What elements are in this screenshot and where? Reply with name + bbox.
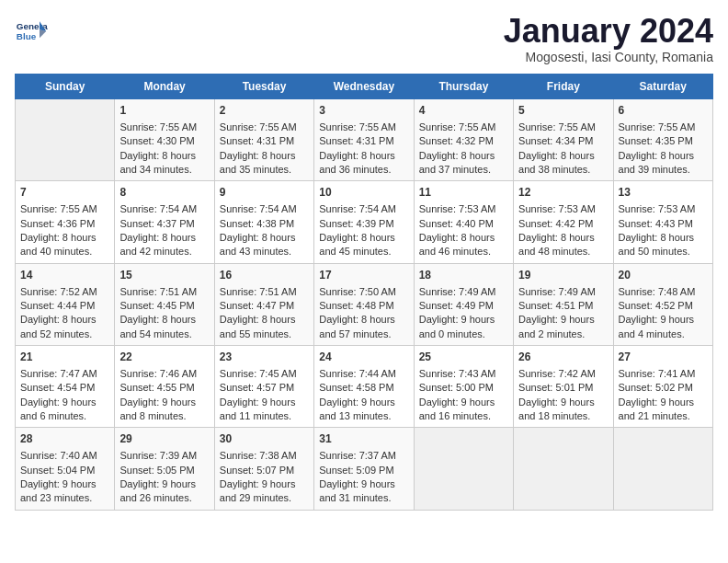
title-block: January 2024 Mogosesti, Iasi County, Rom… <box>504 15 713 64</box>
day-info: and 55 minutes. <box>220 327 309 341</box>
day-info: Sunset: 4:48 PM <box>319 299 408 313</box>
day-info: Sunset: 4:37 PM <box>119 217 209 231</box>
day-number: 25 <box>419 350 508 365</box>
day-info: Daylight: 8 hours <box>20 313 109 327</box>
day-info: Sunrise: 7:45 AM <box>220 367 309 381</box>
day-info: Sunrise: 7:54 AM <box>119 202 209 216</box>
day-info: Sunset: 4:42 PM <box>518 217 608 231</box>
day-info: Sunset: 4:49 PM <box>419 299 508 313</box>
calendar-cell: 26Sunrise: 7:42 AMSunset: 5:01 PMDayligh… <box>514 346 613 428</box>
day-info: and 54 minutes. <box>119 327 209 341</box>
calendar-cell: 25Sunrise: 7:43 AMSunset: 5:00 PMDayligh… <box>414 346 513 428</box>
day-info: Sunset: 4:51 PM <box>518 299 608 313</box>
day-number: 30 <box>220 431 309 447</box>
day-number: 4 <box>419 103 508 119</box>
day-info: Daylight: 9 hours <box>319 396 408 409</box>
day-info: and 45 minutes. <box>319 245 408 259</box>
calendar-cell: 19Sunrise: 7:49 AMSunset: 4:51 PMDayligh… <box>514 263 613 345</box>
week-row-2: 7Sunrise: 7:55 AMSunset: 4:36 PMDaylight… <box>16 181 713 263</box>
calendar-cell: 17Sunrise: 7:50 AMSunset: 4:48 PMDayligh… <box>314 263 414 345</box>
day-info: Daylight: 9 hours <box>319 477 408 491</box>
day-info: Daylight: 8 hours <box>220 231 309 245</box>
day-info: Sunrise: 7:41 AM <box>619 367 708 381</box>
days-header-row: SundayMondayTuesdayWednesdayThursdayFrid… <box>16 75 713 99</box>
day-info: and 52 minutes. <box>20 327 109 341</box>
day-info: Sunset: 5:02 PM <box>619 381 708 395</box>
day-info: Sunset: 4:39 PM <box>319 217 408 231</box>
day-info: and 6 minutes. <box>20 409 109 423</box>
day-info: Daylight: 9 hours <box>220 396 309 409</box>
calendar-cell: 9Sunrise: 7:54 AMSunset: 4:38 PMDaylight… <box>214 181 313 263</box>
day-info: Daylight: 8 hours <box>419 149 508 163</box>
calendar-table: SundayMondayTuesdayWednesdayThursdayFrid… <box>15 74 713 511</box>
day-info: Daylight: 8 hours <box>119 313 209 327</box>
day-info: and 37 minutes. <box>419 163 508 177</box>
day-info: Sunrise: 7:55 AM <box>220 121 309 134</box>
day-info: and 46 minutes. <box>419 245 508 259</box>
day-info: Sunset: 4:47 PM <box>220 299 309 313</box>
day-number: 13 <box>619 185 708 201</box>
calendar-cell <box>16 99 115 181</box>
day-info: Sunrise: 7:51 AM <box>220 285 309 299</box>
calendar-cell: 29Sunrise: 7:39 AMSunset: 5:05 PMDayligh… <box>115 428 214 510</box>
day-info: Sunrise: 7:52 AM <box>20 285 109 299</box>
month-title: January 2024 <box>504 15 713 48</box>
day-number: 18 <box>419 268 508 283</box>
day-info: Daylight: 9 hours <box>518 396 608 409</box>
day-info: Sunset: 4:57 PM <box>220 381 309 395</box>
day-info: Daylight: 9 hours <box>20 477 109 491</box>
day-info: Sunrise: 7:39 AM <box>119 449 209 463</box>
day-info: and 4 minutes. <box>619 327 708 341</box>
day-number: 17 <box>319 268 408 283</box>
day-info: and 8 minutes. <box>119 409 209 423</box>
day-info: and 21 minutes. <box>619 409 708 423</box>
day-info: Sunset: 4:44 PM <box>20 299 109 313</box>
calendar-cell: 27Sunrise: 7:41 AMSunset: 5:02 PMDayligh… <box>613 346 712 428</box>
calendar-cell: 13Sunrise: 7:53 AMSunset: 4:43 PMDayligh… <box>613 181 712 263</box>
day-number: 5 <box>518 103 608 119</box>
day-number: 15 <box>119 268 209 283</box>
day-info: Sunrise: 7:42 AM <box>518 367 608 381</box>
day-info: Sunset: 5:00 PM <box>419 381 508 395</box>
day-info: Daylight: 9 hours <box>419 313 508 327</box>
day-number: 11 <box>419 185 508 201</box>
day-info: and 43 minutes. <box>220 245 309 259</box>
calendar-cell: 28Sunrise: 7:40 AMSunset: 5:04 PMDayligh… <box>16 428 115 510</box>
day-info: and 29 minutes. <box>220 491 309 505</box>
day-info: Sunset: 5:05 PM <box>119 464 209 477</box>
day-info: Daylight: 8 hours <box>518 231 608 245</box>
day-info: Sunset: 4:40 PM <box>419 217 508 231</box>
day-info: Sunrise: 7:46 AM <box>119 367 209 381</box>
calendar-cell: 12Sunrise: 7:53 AMSunset: 4:42 PMDayligh… <box>514 181 613 263</box>
calendar-cell <box>414 428 513 510</box>
day-info: and 26 minutes. <box>119 491 209 505</box>
day-header-monday: Monday <box>115 75 214 99</box>
day-info: Sunrise: 7:49 AM <box>518 285 608 299</box>
day-info: Sunset: 4:58 PM <box>319 381 408 395</box>
day-number: 27 <box>619 350 708 365</box>
day-info: Daylight: 8 hours <box>619 231 708 245</box>
day-info: Sunrise: 7:55 AM <box>619 121 708 134</box>
day-info: and 38 minutes. <box>518 163 608 177</box>
calendar-cell: 3Sunrise: 7:55 AMSunset: 4:31 PMDaylight… <box>314 99 414 181</box>
calendar-cell: 16Sunrise: 7:51 AMSunset: 4:47 PMDayligh… <box>214 263 313 345</box>
day-header-thursday: Thursday <box>414 75 513 99</box>
day-info: Sunset: 4:34 PM <box>518 134 608 148</box>
day-info: Daylight: 9 hours <box>119 477 209 491</box>
day-info: Sunrise: 7:55 AM <box>518 121 608 134</box>
day-info: Sunset: 4:32 PM <box>419 134 508 148</box>
day-info: and 16 minutes. <box>419 409 508 423</box>
day-info: Daylight: 8 hours <box>119 149 209 163</box>
day-header-wednesday: Wednesday <box>314 75 414 99</box>
week-row-4: 21Sunrise: 7:47 AMSunset: 4:54 PMDayligh… <box>16 346 713 428</box>
calendar-cell: 15Sunrise: 7:51 AMSunset: 4:45 PMDayligh… <box>115 263 214 345</box>
day-number: 8 <box>119 185 209 201</box>
day-info: Sunrise: 7:40 AM <box>20 449 109 463</box>
day-header-friday: Friday <box>514 75 613 99</box>
day-info: and 48 minutes. <box>518 245 608 259</box>
day-header-saturday: Saturday <box>613 75 712 99</box>
day-info: Daylight: 9 hours <box>220 477 309 491</box>
day-info: Sunrise: 7:55 AM <box>419 121 508 134</box>
day-number: 12 <box>518 185 608 201</box>
day-number: 9 <box>220 185 309 201</box>
